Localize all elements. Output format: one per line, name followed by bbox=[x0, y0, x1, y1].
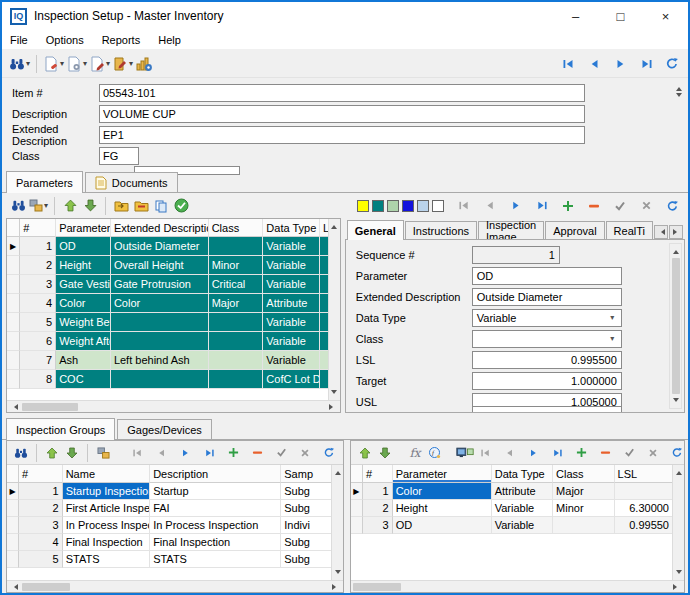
parameter-field[interactable]: OD bbox=[472, 267, 622, 285]
cell-parameter[interactable]: Weight Befo bbox=[56, 313, 111, 332]
form-scrollbar[interactable] bbox=[673, 82, 685, 158]
cell-parameter[interactable]: Weight Afte bbox=[56, 332, 111, 351]
tab-documents[interactable]: Documents bbox=[85, 172, 178, 192]
cell-l[interactable] bbox=[320, 294, 328, 313]
parameter-grid-vscrollbar[interactable] bbox=[328, 219, 340, 400]
cell-ext[interactable]: Color bbox=[111, 294, 209, 313]
chart-settings-button[interactable] bbox=[134, 53, 154, 75]
groups-post-button[interactable] bbox=[271, 442, 291, 464]
cell-class[interactable] bbox=[209, 351, 264, 370]
table-row[interactable]: 5 STATS STATS Subg bbox=[7, 551, 331, 568]
scroll-down-icon[interactable] bbox=[331, 390, 337, 397]
minimize-button[interactable]: – bbox=[553, 2, 598, 30]
table-row[interactable]: 5 Weight Befo Variable bbox=[7, 313, 328, 332]
param-cancel-button[interactable] bbox=[636, 195, 656, 217]
scroll-right-icon[interactable] bbox=[673, 584, 680, 590]
cell-data-type[interactable]: Variable bbox=[263, 351, 320, 370]
cell-name[interactable]: Final Inspection bbox=[63, 534, 150, 551]
doc-template-button[interactable]: ▾ bbox=[111, 53, 134, 75]
col-parameter[interactable]: Parameter bbox=[56, 219, 111, 237]
move-up-button[interactable] bbox=[60, 195, 80, 217]
cell-sample[interactable]: Subg bbox=[281, 500, 331, 517]
cell-num[interactable]: 4 bbox=[20, 294, 56, 313]
cell-ext[interactable] bbox=[111, 332, 209, 351]
tab-gages-devices[interactable]: Gages/Devices bbox=[117, 419, 212, 439]
scroll-right-icon[interactable] bbox=[329, 404, 336, 410]
approve-button[interactable] bbox=[171, 195, 191, 217]
group-params-vscrollbar[interactable] bbox=[672, 465, 684, 580]
realtime-display-button[interactable] bbox=[455, 442, 475, 464]
col-lsl[interactable]: LSL bbox=[615, 465, 672, 483]
table-row[interactable]: 4 Final Inspection Final Inspection Subg bbox=[7, 534, 331, 551]
tab-instructions[interactable]: Instructions bbox=[405, 221, 477, 239]
cell-num[interactable]: 8 bbox=[20, 370, 56, 389]
cell-parameter[interactable]: OD bbox=[393, 517, 492, 534]
col-class[interactable]: Class bbox=[553, 465, 614, 483]
col-parameter[interactable]: Parameter bbox=[393, 465, 492, 483]
group-params-hscrollbar[interactable] bbox=[351, 580, 684, 592]
gp-last-button[interactable] bbox=[547, 442, 567, 464]
gp-delete-button[interactable] bbox=[595, 442, 615, 464]
tab-inspection-groups[interactable]: Inspection Groups bbox=[6, 418, 115, 440]
cell-sample[interactable]: Subg bbox=[281, 483, 331, 500]
table-row[interactable]: 2 Height Variable Minor 6.30000 bbox=[351, 500, 672, 517]
tab-inspection-image[interactable]: Inspection Image bbox=[478, 221, 544, 239]
gp-prev-button[interactable] bbox=[499, 442, 519, 464]
extended-description-field[interactable]: EP1 bbox=[99, 126, 585, 144]
col-num[interactable]: # bbox=[20, 219, 56, 237]
groups-vscrollbar[interactable] bbox=[331, 465, 343, 580]
cell-num[interactable]: 3 bbox=[19, 517, 63, 534]
cell-parameter[interactable]: Gate Vestige bbox=[56, 275, 111, 294]
save-template-button[interactable] bbox=[131, 195, 151, 217]
cell-class[interactable] bbox=[553, 517, 614, 534]
parameter-grid-hscrollbar[interactable] bbox=[7, 400, 340, 412]
cell-class[interactable]: Critical bbox=[209, 275, 264, 294]
doc-sign-button[interactable]: ▾ bbox=[88, 53, 111, 75]
tab-parameters[interactable]: Parameters bbox=[6, 171, 83, 193]
scroll-down-icon[interactable] bbox=[676, 93, 682, 100]
cell-description[interactable]: STATS bbox=[150, 551, 281, 568]
table-row[interactable]: ▶ 1 Color Attribute Major bbox=[351, 483, 672, 500]
cell-ext[interactable]: Overall Height bbox=[111, 256, 209, 275]
param-post-button[interactable] bbox=[610, 195, 630, 217]
scroll-thumb[interactable] bbox=[22, 403, 78, 411]
scroll-up-icon[interactable] bbox=[673, 247, 679, 254]
scroll-down-icon[interactable] bbox=[335, 570, 341, 577]
table-row[interactable]: 8 COC CofC Lot Do bbox=[7, 370, 328, 389]
groups-move-down-button[interactable] bbox=[62, 442, 82, 464]
col-l[interactable]: L bbox=[320, 219, 328, 237]
first-record-button[interactable] bbox=[558, 53, 578, 75]
col-sample[interactable]: Samp bbox=[281, 465, 331, 483]
cell-ext[interactable]: Gate Protrusion bbox=[111, 275, 209, 294]
menu-help[interactable]: Help bbox=[158, 34, 181, 46]
maximize-button[interactable]: □ bbox=[598, 2, 643, 30]
cell-num[interactable]: 6 bbox=[20, 332, 56, 351]
cell-parameter[interactable]: OD bbox=[56, 237, 111, 256]
cell-l[interactable] bbox=[320, 313, 328, 332]
groups-delete-button[interactable] bbox=[247, 442, 267, 464]
table-row[interactable]: 4 Color Color Major Attribute bbox=[7, 294, 328, 313]
table-row[interactable]: 6 Weight Afte Variable bbox=[7, 332, 328, 351]
tab-realtime[interactable]: RealTi bbox=[606, 221, 653, 239]
cell-num[interactable]: 1 bbox=[19, 483, 63, 500]
groups-last-button[interactable] bbox=[199, 442, 219, 464]
tab-scroll-right-button[interactable] bbox=[669, 225, 683, 239]
cell-sample[interactable]: Subg bbox=[281, 551, 331, 568]
groups-next-button[interactable] bbox=[175, 442, 195, 464]
groups-find-button[interactable] bbox=[11, 442, 31, 464]
grid-layout-button[interactable]: ▾ bbox=[28, 195, 49, 217]
groups-first-button[interactable] bbox=[127, 442, 147, 464]
col-name[interactable]: Name bbox=[63, 465, 150, 483]
param-prev-button[interactable] bbox=[480, 195, 500, 217]
chevron-down-icon[interactable]: ▾ bbox=[605, 332, 620, 346]
gp-first-button[interactable] bbox=[475, 442, 495, 464]
legend-teal[interactable] bbox=[372, 200, 384, 212]
gp-move-up-button[interactable] bbox=[355, 442, 375, 464]
cell-parameter[interactable]: Height bbox=[56, 256, 111, 275]
cell-lsl[interactable] bbox=[615, 483, 672, 500]
cell-lsl[interactable]: 0.99550 bbox=[615, 517, 672, 534]
col-ext-description[interactable]: Extended Description bbox=[111, 219, 209, 237]
param-insert-button[interactable] bbox=[558, 195, 578, 217]
cell-class[interactable]: Minor bbox=[553, 500, 614, 517]
groups-hscrollbar[interactable] bbox=[7, 580, 343, 592]
